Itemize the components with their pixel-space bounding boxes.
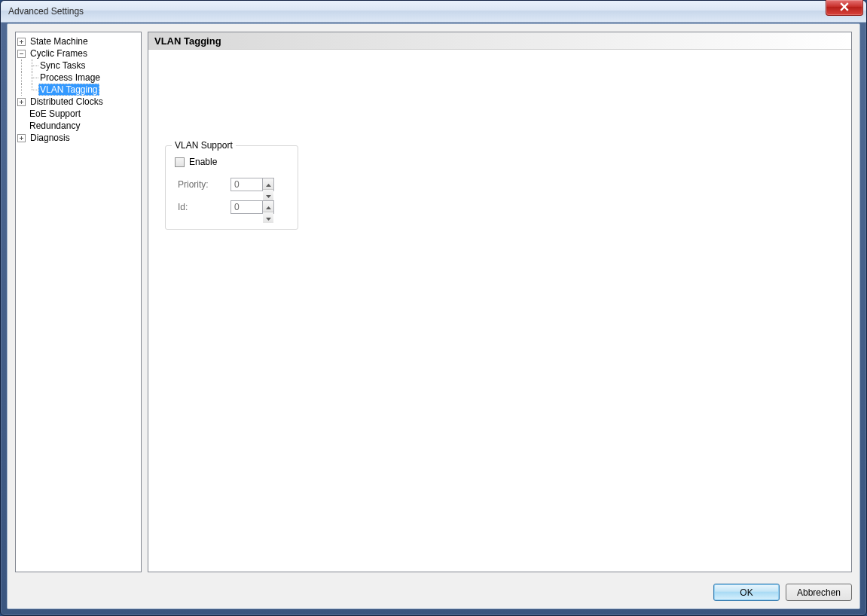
id-label: Id:: [178, 202, 230, 212]
tree-item-process-image[interactable]: Process Image: [17, 72, 139, 84]
advanced-settings-window: Advanced Settings State Machine Cyclic F…: [0, 0, 867, 616]
tree-item-redundancy[interactable]: Redundancy: [17, 120, 139, 132]
spin-up-button[interactable]: [263, 201, 273, 212]
tree-item-state-machine[interactable]: State Machine: [17, 35, 139, 47]
priority-label: Priority:: [178, 179, 230, 190]
tree-label: Process Image: [38, 72, 102, 84]
tree-label: Diagnosis: [29, 132, 72, 144]
collapse-icon[interactable]: [17, 50, 26, 58]
close-button[interactable]: [826, 0, 863, 16]
priority-input[interactable]: [230, 178, 262, 191]
tree-item-vlan-tagging[interactable]: VLAN Tagging: [17, 84, 139, 96]
chevron-up-icon: [266, 178, 271, 189]
expand-icon[interactable]: [17, 38, 26, 46]
tree-label: Cyclic Frames: [29, 47, 89, 59]
tree-item-eoe-support[interactable]: EoE Support: [17, 108, 139, 120]
tree-item-diagnosis[interactable]: Diagnosis: [17, 132, 139, 144]
titlebar[interactable]: Advanced Settings: [1, 1, 866, 23]
cancel-button[interactable]: Abbrechen: [786, 584, 852, 601]
spin-up-button[interactable]: [263, 178, 273, 190]
panel-title: VLAN Tagging: [148, 32, 851, 50]
chevron-up-icon: [266, 201, 271, 212]
enable-checkbox[interactable]: [175, 157, 185, 167]
priority-spinner: [230, 178, 274, 191]
settings-panel: VLAN Tagging VLAN Support Enable Priorit…: [148, 32, 852, 572]
id-row: Id:: [178, 200, 274, 214]
settings-tree[interactable]: State Machine Cyclic Frames Sync Tasks P…: [15, 32, 142, 572]
content-area: State Machine Cyclic Frames Sync Tasks P…: [15, 32, 852, 572]
tree-label: EoE Support: [28, 108, 82, 120]
tree-label: Distributed Clocks: [29, 96, 105, 108]
enable-label: Enable: [189, 157, 217, 167]
window-title: Advanced Settings: [8, 6, 84, 17]
expand-icon[interactable]: [17, 98, 26, 106]
dialog-buttons: OK Abbrechen: [713, 584, 852, 601]
id-input[interactable]: [230, 200, 262, 214]
spin-down-button[interactable]: [263, 190, 273, 200]
tree-label: Sync Tasks: [38, 59, 87, 72]
priority-row: Priority:: [178, 178, 274, 191]
tree-item-cyclic-frames[interactable]: Cyclic Frames: [17, 47, 139, 59]
expand-icon[interactable]: [17, 134, 26, 142]
chevron-down-icon: [266, 212, 271, 223]
ok-button[interactable]: OK: [713, 584, 780, 601]
id-spinner: [230, 200, 274, 214]
client-area: State Machine Cyclic Frames Sync Tasks P…: [7, 23, 860, 609]
close-icon: [840, 2, 849, 14]
id-spin-buttons: [262, 200, 274, 214]
tree-label: VLAN Tagging: [38, 84, 99, 96]
tree-item-sync-tasks[interactable]: Sync Tasks: [17, 59, 139, 72]
vlan-support-group: VLAN Support Enable Priority:: [165, 145, 298, 230]
tree-item-distributed-clocks[interactable]: Distributed Clocks: [17, 96, 139, 108]
spin-down-button[interactable]: [263, 212, 273, 223]
group-legend: VLAN Support: [172, 140, 236, 151]
chevron-down-icon: [266, 190, 271, 200]
enable-row: Enable: [175, 157, 217, 167]
tree-label: State Machine: [29, 35, 90, 47]
priority-spin-buttons: [262, 178, 274, 191]
tree-label: Redundancy: [28, 120, 81, 132]
